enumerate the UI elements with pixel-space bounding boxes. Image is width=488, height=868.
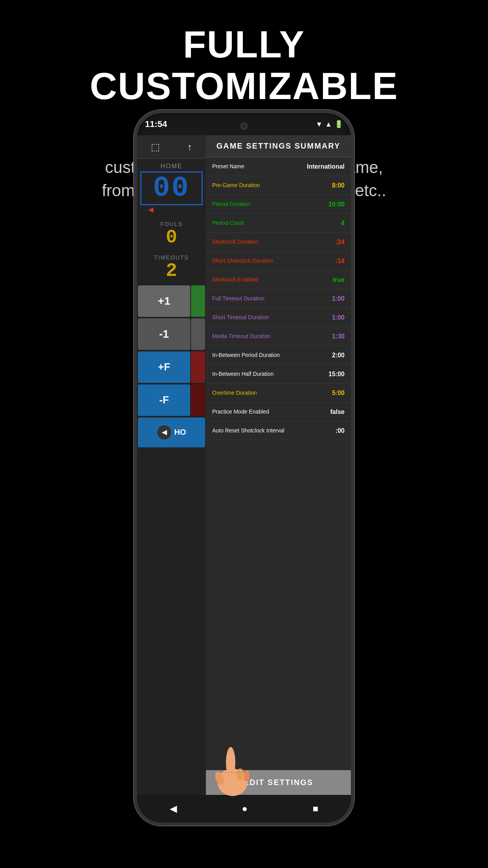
gray-button[interactable] xyxy=(191,318,205,350)
red-button[interactable] xyxy=(191,351,205,383)
overtime-duration-row: Overtime Duration 5:00 xyxy=(206,384,351,403)
inbetween-period-label: In-Between Period Duration xyxy=(212,351,332,359)
shotclock-duration-row: Shotclock Duration :24 xyxy=(206,233,351,252)
minus-one-row: -1 xyxy=(137,318,206,351)
green-button[interactable] xyxy=(191,285,205,317)
full-timeout-row: Full Timeout Duration 1:00 xyxy=(206,289,351,308)
toolbar: ⬚ ↑ xyxy=(137,135,206,159)
plus-foul-row: +F xyxy=(137,351,206,384)
shotclock-duration-label: Shotclock Duration xyxy=(212,238,336,245)
plus-one-row: +1 xyxy=(137,285,206,318)
overtime-duration-label: Overtime Duration xyxy=(212,389,332,396)
period-duration-label: Period Duration xyxy=(212,200,328,208)
phone-frame: 11:54 ▼ ▲ 🔋 ⬚ ↑ HOME 00 xyxy=(134,110,354,826)
inbetween-half-row: In-Between Half Duration 15:00 xyxy=(206,365,351,384)
auto-reset-value: :00 xyxy=(336,427,345,434)
pregame-duration-row: Pre-Game Duration 8:00 xyxy=(206,176,351,195)
nav-back-button[interactable]: ◀ xyxy=(170,803,177,814)
settings-header: GAME SETTINGS SUMMARY xyxy=(206,135,351,157)
settings-title: GAME SETTINGS SUMMARY xyxy=(214,142,343,151)
preset-name-label: Preset Name xyxy=(212,163,307,170)
period-count-label: Period Count xyxy=(212,219,341,226)
short-shotclock-label: Short Shotclock Duration xyxy=(212,257,336,264)
period-duration-row: Period Duration 10:00 xyxy=(206,195,351,214)
inbetween-half-label: In-Between Half Duration xyxy=(212,370,328,377)
status-time: 11:54 xyxy=(145,119,167,129)
full-timeout-value: 1:00 xyxy=(332,295,345,302)
timeouts-value: 2 xyxy=(140,261,203,281)
arrow-indicator: ◀ xyxy=(140,205,203,214)
hand-pointer xyxy=(211,739,258,802)
media-timeout-row: Media Timeout Duration 1:30 xyxy=(206,327,351,346)
inbetween-period-row: In-Between Period Duration 2:00 xyxy=(206,346,351,365)
media-timeout-value: 1:30 xyxy=(332,333,345,340)
pregame-duration-label: Pre-Game Duration xyxy=(212,182,332,189)
upload-icon[interactable]: ↑ xyxy=(187,142,192,153)
left-panel: ⬚ ↑ HOME 00 ◀ FOULS 0 TIMEOUTS 2 xyxy=(137,135,206,795)
practice-mode-label: Practice Mode Enabled xyxy=(212,408,330,415)
score-display: 00 xyxy=(140,171,203,205)
shotclock-duration-value: :24 xyxy=(336,239,345,246)
auto-reset-label: Auto Reset Shotclock Interval xyxy=(212,427,336,434)
nav-home-button[interactable]: ● xyxy=(242,803,248,814)
wifi-icon: ▼ xyxy=(316,120,323,129)
short-timeout-row: Short Timeout Duration 1:00 xyxy=(206,308,351,327)
shotclock-enabled-row: Shotclock Enabled true xyxy=(206,270,351,289)
pregame-duration-value: 8:00 xyxy=(332,182,345,189)
minus-foul-button[interactable]: -F xyxy=(138,384,190,416)
short-timeout-label: Short Timeout Duration xyxy=(212,314,332,321)
status-icons: ▼ ▲ 🔋 xyxy=(316,120,343,129)
svg-rect-4 xyxy=(237,769,243,780)
fouls-section: FOULS 0 xyxy=(137,218,206,251)
right-panel: GAME SETTINGS SUMMARY Preset Name Intern… xyxy=(206,135,351,795)
fouls-label: FOULS xyxy=(140,221,203,227)
phone-camera xyxy=(240,123,248,130)
short-timeout-value: 1:00 xyxy=(332,314,345,321)
team-label: HOME xyxy=(140,163,203,170)
period-duration-value: 10:00 xyxy=(328,201,345,208)
nav-recents-button[interactable]: ■ xyxy=(313,803,319,814)
fouls-value: 0 xyxy=(140,227,203,248)
short-shotclock-value: :14 xyxy=(336,257,345,265)
shotclock-enabled-value: true xyxy=(333,276,345,283)
timeouts-label: TIMEOUTS xyxy=(140,254,203,261)
preset-name-value: International xyxy=(307,163,345,170)
period-count-row: Period Count 4 xyxy=(206,214,351,233)
period-count-value: 4 xyxy=(341,220,345,227)
short-shotclock-row: Short Shotclock Duration :14 xyxy=(206,252,351,270)
full-timeout-label: Full Timeout Duration xyxy=(212,295,332,302)
inbetween-half-value: 15:00 xyxy=(328,371,345,378)
timeouts-section: TIMEOUTS 2 xyxy=(137,251,206,285)
auto-reset-row: Auto Reset Shotclock Interval :00 xyxy=(206,421,351,440)
score-area: HOME 00 ◀ xyxy=(137,159,206,218)
inbetween-period-value: 2:00 xyxy=(332,352,345,359)
play-icon: ◀ xyxy=(157,425,171,440)
svg-rect-5 xyxy=(244,771,250,782)
shotclock-enabled-label: Shotclock Enabled xyxy=(212,276,333,283)
settings-list[interactable]: Preset Name International Pre-Game Durat… xyxy=(206,157,351,770)
media-timeout-label: Media Timeout Duration xyxy=(212,333,332,340)
app-screen: ⬚ ↑ HOME 00 ◀ FOULS 0 TIMEOUTS 2 xyxy=(137,135,351,795)
preset-name-row: Preset Name International xyxy=(206,157,351,176)
battery-icon: 🔋 xyxy=(334,120,343,129)
overtime-duration-value: 5:00 xyxy=(332,390,345,397)
home-bar-button[interactable]: ◀ HO xyxy=(138,417,205,447)
minus-foul-row: -F xyxy=(137,384,206,417)
practice-mode-value: false xyxy=(330,408,345,416)
signal-icon: ▲ xyxy=(325,120,332,129)
practice-mode-row: Practice Mode Enabled false xyxy=(206,403,351,421)
home-bar-label: HO xyxy=(174,428,186,437)
minus-one-button[interactable]: -1 xyxy=(138,318,190,350)
plus-one-button[interactable]: +1 xyxy=(138,285,190,317)
plus-foul-button[interactable]: +F xyxy=(138,351,190,383)
cast-icon[interactable]: ⬚ xyxy=(151,142,160,153)
darkred-button[interactable] xyxy=(191,384,205,416)
phone-wrapper: 11:54 ▼ ▲ 🔋 ⬚ ↑ HOME 00 xyxy=(134,110,354,826)
